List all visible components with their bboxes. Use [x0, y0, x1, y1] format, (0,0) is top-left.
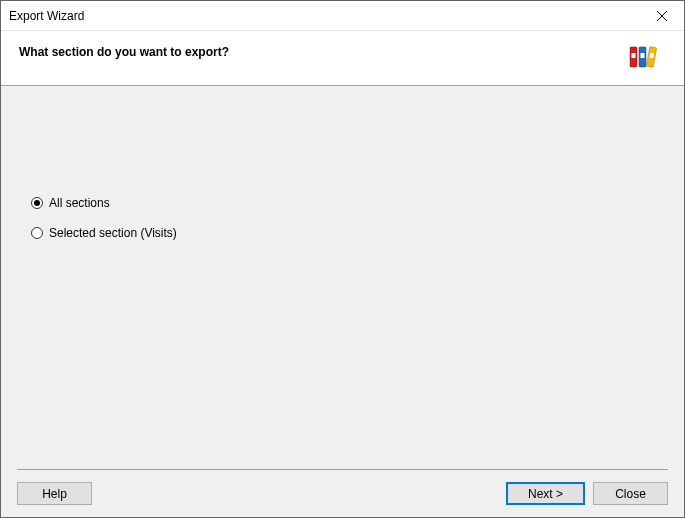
radio-icon: [31, 227, 43, 239]
radio-label-selected: Selected section (Visits): [49, 226, 177, 240]
close-icon: [657, 11, 667, 21]
svg-rect-7: [649, 53, 654, 59]
help-button[interactable]: Help: [17, 482, 92, 505]
radio-icon: [31, 197, 43, 209]
radio-selected-section[interactable]: Selected section (Visits): [31, 226, 684, 240]
radio-label-all: All sections: [49, 196, 110, 210]
radio-all-sections[interactable]: All sections: [31, 196, 684, 210]
window-title: Export Wizard: [9, 9, 84, 23]
svg-rect-5: [641, 53, 645, 58]
next-button[interactable]: Next >: [506, 482, 585, 505]
svg-rect-3: [632, 53, 636, 58]
wizard-content: All sections Selected section (Visits): [1, 86, 684, 469]
wizard-question: What section do you want to export?: [19, 45, 229, 59]
window-close-button[interactable]: [639, 1, 684, 30]
titlebar: Export Wizard: [1, 1, 684, 31]
wizard-footer-wrap: Help Next > Close: [1, 469, 684, 517]
wizard-header: What section do you want to export?: [1, 31, 684, 86]
wizard-footer: Help Next > Close: [17, 469, 668, 517]
binders-icon: [628, 45, 660, 69]
close-button[interactable]: Close: [593, 482, 668, 505]
